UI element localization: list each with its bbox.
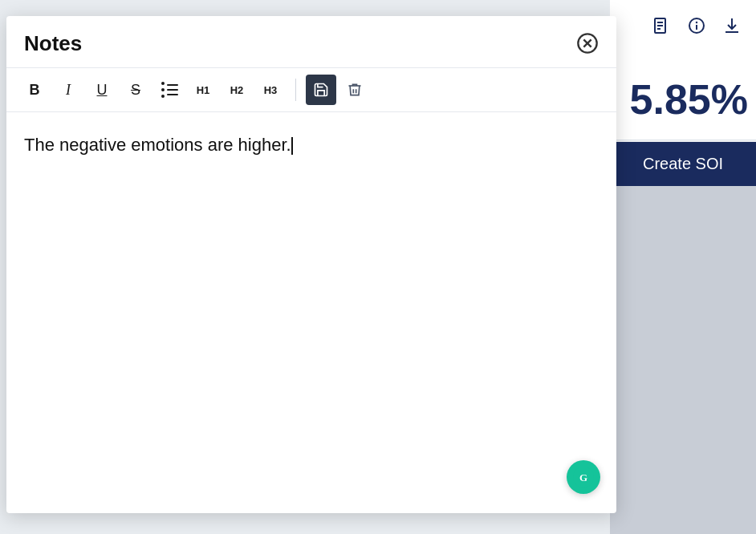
italic-button[interactable]: I — [53, 75, 83, 105]
bold-button[interactable]: B — [19, 75, 50, 105]
toolbar-divider — [295, 79, 296, 101]
create-soi-button[interactable]: Create SOI — [610, 142, 756, 186]
notes-close-button[interactable] — [575, 30, 600, 56]
svg-point-6 — [697, 22, 697, 23]
notes-header: Notes — [6, 16, 616, 67]
top-icons-bar — [610, 0, 756, 51]
strikethrough-button[interactable]: S — [120, 75, 151, 105]
h2-button[interactable]: H2 — [222, 75, 252, 105]
notes-body[interactable]: The negative emotions are higher. G — [6, 112, 616, 513]
underline-button[interactable]: U — [87, 75, 117, 105]
h3-button[interactable]: H3 — [255, 75, 286, 105]
text-cursor — [291, 137, 293, 155]
list-button[interactable] — [154, 75, 185, 105]
info-icon[interactable] — [682, 11, 711, 40]
notes-title: Notes — [24, 31, 82, 56]
download-icon[interactable] — [717, 11, 746, 40]
right-panel: 5.85% Create SOI — [610, 0, 756, 534]
document-icon[interactable] — [647, 11, 676, 40]
svg-text:G: G — [579, 471, 587, 483]
save-button[interactable] — [306, 75, 336, 105]
delete-button[interactable] — [339, 75, 370, 105]
gray-area — [610, 186, 756, 534]
percentage-value: 5.85% — [610, 51, 756, 140]
formatting-toolbar: B I U S H1 H2 H3 — [6, 67, 616, 112]
divider — [610, 140, 756, 140]
note-content: The negative emotions are higher. — [24, 131, 599, 158]
notes-panel: Notes B I U S H1 H2 H3 — [6, 16, 616, 513]
grammarly-badge[interactable]: G — [567, 460, 600, 494]
h1-button[interactable]: H1 — [188, 75, 218, 105]
